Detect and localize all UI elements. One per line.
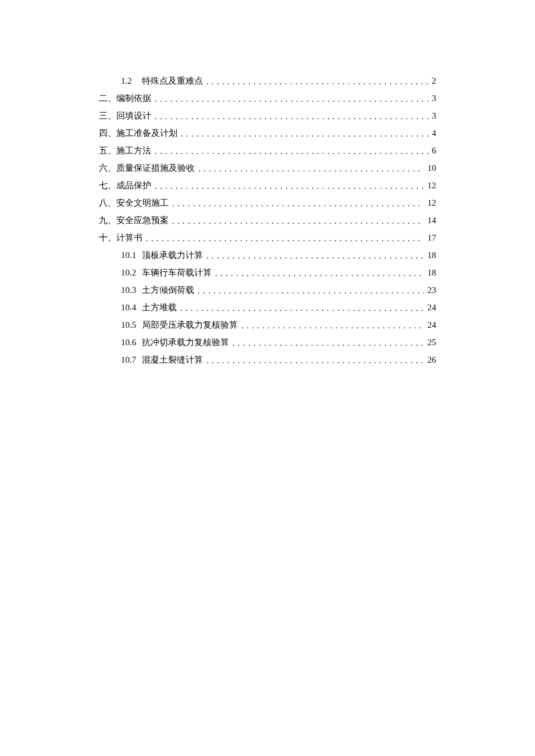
- toc-number: 1.2: [121, 76, 140, 86]
- table-of-contents: 1.2 特殊点及重难点 2 二、 编制依据 3 三、 回填设计 3 四、 施工准…: [99, 76, 436, 366]
- toc-page: 2: [432, 76, 437, 86]
- toc-title: 土方堆载: [142, 302, 177, 313]
- toc-title: 编制依据: [116, 93, 151, 104]
- toc-entry: 二、 编制依据 3: [99, 93, 436, 104]
- toc-page: 24: [427, 303, 436, 313]
- toc-prefix: 六、: [99, 163, 116, 174]
- toc-dots: [172, 216, 424, 226]
- toc-title: 特殊点及重难点: [142, 76, 203, 87]
- toc-title: 抗冲切承载力复核验算: [142, 337, 229, 348]
- toc-number: 10.1: [121, 250, 140, 260]
- toc-title: 回填设计: [116, 110, 151, 121]
- toc-prefix: 二、: [99, 93, 116, 104]
- toc-entry: 五、 施工方法 6: [99, 145, 436, 156]
- toc-title: 车辆行车荷载计算: [142, 267, 212, 278]
- toc-page: 23: [427, 285, 436, 295]
- toc-entry: 10.5 局部受压承载力复核验算 24: [121, 320, 436, 331]
- toc-number: 10.7: [121, 355, 140, 365]
- toc-page: 6: [432, 146, 437, 156]
- toc-page: 14: [427, 216, 436, 225]
- toc-entry: 七、 成品保护 12: [99, 180, 436, 191]
- toc-entry: 10.6 抗冲切承载力复核验算 25: [121, 337, 436, 348]
- toc-prefix: 八、: [99, 198, 116, 209]
- toc-dots: [198, 164, 424, 174]
- toc-entry: 九、 安全应急预案 14: [99, 215, 436, 226]
- toc-dots: [206, 356, 424, 366]
- toc-title: 混凝土裂缝计算: [142, 354, 203, 366]
- toc-number: 10.3: [121, 285, 140, 295]
- toc-page: 18: [427, 268, 436, 278]
- toc-dots: [198, 286, 424, 296]
- toc-title: 安全应急预案: [116, 215, 169, 226]
- toc-entry: 10.1 顶板承载力计算 18: [121, 250, 436, 261]
- toc-entry: 三、 回填设计 3: [99, 110, 436, 121]
- toc-title: 安全文明施工: [116, 198, 169, 209]
- toc-entry: 10.3 土方倾倒荷载 23: [121, 285, 436, 296]
- toc-entry: 10.7 混凝土裂缝计算 26: [121, 354, 436, 366]
- toc-entry: 八、 安全文明施工 12: [99, 198, 436, 209]
- toc-entry: 十、 计算书 17: [99, 232, 436, 243]
- toc-prefix: 五、: [99, 145, 116, 156]
- toc-title: 施工准备及计划: [116, 128, 177, 139]
- toc-page: 12: [427, 181, 436, 191]
- toc-prefix: 十、: [99, 232, 116, 243]
- toc-entry: 1.2 特殊点及重难点 2: [121, 76, 436, 87]
- toc-title: 施工方法: [116, 145, 151, 156]
- toc-page: 24: [427, 320, 436, 330]
- toc-title: 计算书: [116, 232, 142, 243]
- toc-prefix: 四、: [99, 128, 116, 139]
- toc-dots: [241, 321, 424, 331]
- toc-dots: [181, 129, 429, 139]
- toc-number: 10.4: [121, 303, 140, 313]
- toc-entry: 10.2 车辆行车荷载计算 18: [121, 267, 436, 278]
- toc-dots: [206, 77, 429, 87]
- toc-page: 3: [432, 111, 437, 121]
- toc-page: 18: [427, 250, 436, 260]
- toc-dots: [206, 251, 424, 261]
- toc-entry: 六、 质量保证措施及验收 10: [99, 163, 436, 174]
- toc-page: 10: [427, 163, 436, 173]
- toc-title: 顶板承载力计算: [142, 250, 203, 261]
- toc-dots: [155, 146, 429, 156]
- toc-dots: [180, 303, 424, 313]
- toc-title: 局部受压承载力复核验算: [142, 320, 238, 331]
- toc-page: 4: [432, 128, 437, 138]
- toc-dots: [146, 234, 424, 243]
- toc-title: 质量保证措施及验收: [116, 163, 195, 174]
- toc-dots: [155, 94, 429, 104]
- toc-prefix: 九、: [99, 215, 116, 226]
- toc-page: 3: [432, 94, 437, 103]
- toc-number: 10.6: [121, 338, 140, 347]
- toc-dots: [233, 338, 424, 348]
- toc-page: 17: [427, 233, 436, 243]
- toc-page: 26: [427, 355, 436, 365]
- toc-dots: [155, 181, 424, 191]
- toc-entry: 10.4 土方堆载 24: [121, 302, 436, 313]
- toc-dots: [155, 112, 429, 121]
- toc-number: 10.2: [121, 268, 140, 278]
- toc-page: 12: [427, 198, 436, 208]
- toc-title: 成品保护: [116, 180, 151, 191]
- toc-prefix: 三、: [99, 110, 116, 121]
- toc-entry: 四、 施工准备及计划 4: [99, 128, 436, 139]
- toc-page: 25: [427, 338, 436, 347]
- toc-dots: [215, 268, 424, 278]
- toc-dots: [172, 199, 424, 209]
- toc-number: 10.5: [121, 320, 140, 330]
- toc-title: 土方倾倒荷载: [142, 285, 194, 296]
- toc-prefix: 七、: [99, 180, 116, 191]
